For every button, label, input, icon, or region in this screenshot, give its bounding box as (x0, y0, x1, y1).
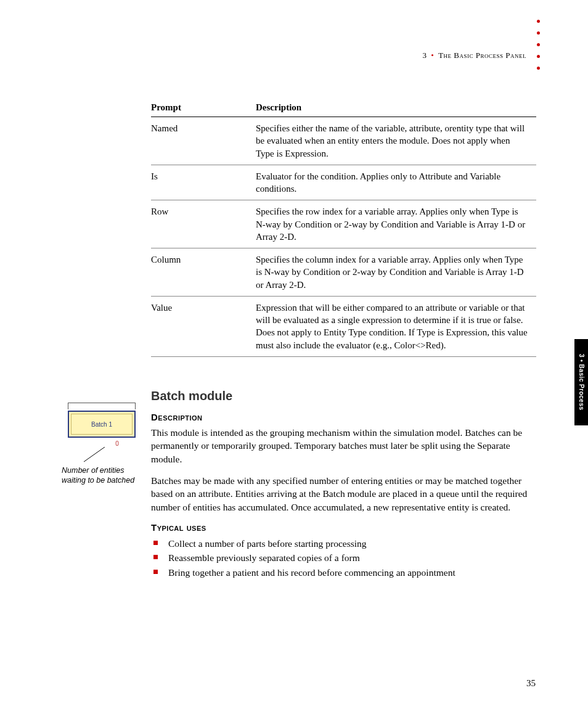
chapter-number: 3 (423, 51, 427, 60)
chapter-title: The Basic Process Panel (438, 51, 526, 60)
bracket-icon (68, 403, 136, 409)
bullet-icon: • (431, 51, 434, 60)
col-header-description: Description (256, 99, 536, 117)
cell-prompt: Is (151, 165, 256, 200)
table-row: Named Specifies either the name of the v… (151, 117, 536, 165)
cell-description: Evaluator for the condition. Applies onl… (256, 165, 536, 200)
batch-counter: 0 (92, 440, 142, 447)
running-header: 3 • The Basic Process Panel (423, 51, 526, 60)
dot-icon (537, 67, 540, 70)
page: 3 • The Basic Process Panel 3 • Basic Pr… (0, 0, 588, 717)
list-item: Bring together a patient and his record … (151, 565, 536, 580)
table-row: Column Specifies the column index for a … (151, 248, 536, 297)
dot-icon (537, 43, 540, 46)
col-header-prompt: Prompt (151, 99, 256, 117)
cell-description: Expression that will be either compared … (256, 296, 536, 356)
decorative-dot-column (537, 20, 540, 70)
cell-description: Specifies either the name of the variabl… (256, 117, 536, 165)
cell-prompt: Named (151, 117, 256, 165)
typical-uses-heading: Typical uses (151, 522, 536, 533)
list-item: Collect a number of parts before startin… (151, 536, 536, 551)
prompt-description-table: Prompt Description Named Specifies eithe… (151, 99, 536, 357)
table-row: Is Evaluator for the condition. Applies … (151, 165, 536, 200)
page-number: 35 (526, 678, 536, 689)
description-paragraph-2: Batches may be made with any specified n… (151, 474, 536, 514)
description-paragraph-1: This module is intended as the grouping … (151, 426, 536, 465)
table-row: Row Specifies the row index for a variab… (151, 200, 536, 248)
batch-module-icon: Batch 1 (68, 411, 136, 438)
main-content: Prompt Description Named Specifies eithe… (151, 99, 536, 580)
list-item: Reassemble previously separated copies o… (151, 551, 536, 565)
description-heading: Description (151, 412, 536, 422)
section-title: Batch module (151, 389, 536, 403)
cell-prompt: Value (151, 296, 256, 356)
cell-prompt: Column (151, 248, 256, 297)
side-tab: 3 • Basic Process (574, 339, 588, 425)
cell-description: Specifies the row index for a variable a… (256, 200, 536, 248)
dot-icon (537, 20, 540, 23)
cell-prompt: Row (151, 200, 256, 248)
dot-icon (537, 55, 540, 58)
callout-line-icon (80, 447, 111, 464)
table-row: Value Expression that will be either com… (151, 296, 536, 356)
table-header-row: Prompt Description (151, 99, 536, 117)
margin-figure: Batch 1 0 Number of entities waiting to … (62, 403, 142, 486)
figure-caption: Number of entities waiting to be batched (62, 465, 142, 486)
side-tab-label: 3 • Basic Process (578, 354, 585, 411)
batch-box-label: Batch 1 (91, 421, 112, 428)
dot-icon (537, 31, 540, 35)
cell-description: Specifies the column index for a variabl… (256, 248, 536, 297)
svg-line-0 (84, 447, 105, 462)
typical-uses-list: Collect a number of parts before startin… (151, 536, 536, 580)
